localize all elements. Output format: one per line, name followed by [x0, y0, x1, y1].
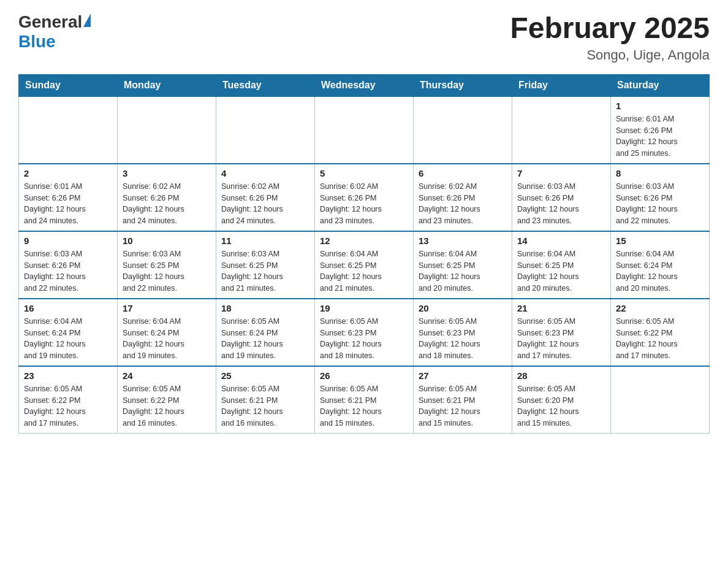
day-info: Sunrise: 6:05 AMSunset: 6:23 PMDaylight:…: [517, 316, 605, 362]
weekday-header-monday: Monday: [118, 74, 216, 96]
day-info: Sunrise: 6:05 AMSunset: 6:23 PMDaylight:…: [419, 316, 507, 362]
day-number: 5: [320, 168, 408, 178]
calendar-day-cell: [611, 366, 710, 434]
day-number: 3: [123, 168, 211, 178]
day-number: 28: [517, 370, 605, 381]
calendar-day-cell: [512, 96, 611, 164]
calendar-day-cell: 1Sunrise: 6:01 AMSunset: 6:26 PMDaylight…: [611, 96, 710, 164]
day-info: Sunrise: 6:01 AMSunset: 6:26 PMDaylight:…: [616, 113, 704, 159]
day-info: Sunrise: 6:02 AMSunset: 6:26 PMDaylight:…: [123, 181, 211, 227]
day-number: 1: [616, 101, 704, 111]
day-info: Sunrise: 6:03 AMSunset: 6:25 PMDaylight:…: [221, 248, 309, 294]
calendar-subtitle: Songo, Uige, Angola: [510, 47, 710, 63]
day-info: Sunrise: 6:04 AMSunset: 6:24 PMDaylight:…: [123, 316, 211, 362]
day-number: 18: [221, 303, 309, 313]
calendar-day-cell: 21Sunrise: 6:05 AMSunset: 6:23 PMDayligh…: [512, 299, 611, 366]
calendar-day-cell: 18Sunrise: 6:05 AMSunset: 6:24 PMDayligh…: [216, 299, 315, 366]
calendar-day-cell: 24Sunrise: 6:05 AMSunset: 6:22 PMDayligh…: [118, 366, 216, 434]
day-info: Sunrise: 6:05 AMSunset: 6:22 PMDaylight:…: [616, 316, 704, 362]
day-info: Sunrise: 6:05 AMSunset: 6:23 PMDaylight:…: [320, 316, 408, 362]
day-number: 4: [221, 168, 309, 178]
day-info: Sunrise: 6:03 AMSunset: 6:26 PMDaylight:…: [517, 181, 605, 227]
calendar-day-cell: 16Sunrise: 6:04 AMSunset: 6:24 PMDayligh…: [19, 299, 118, 366]
day-number: 19: [320, 303, 408, 313]
calendar-day-cell: [19, 96, 118, 164]
day-number: 15: [616, 236, 704, 246]
calendar-day-cell: 26Sunrise: 6:05 AMSunset: 6:21 PMDayligh…: [315, 366, 414, 434]
calendar-header: SundayMondayTuesdayWednesdayThursdayFrid…: [19, 74, 710, 96]
calendar-day-cell: 20Sunrise: 6:05 AMSunset: 6:23 PMDayligh…: [414, 299, 512, 366]
calendar-day-cell: 22Sunrise: 6:05 AMSunset: 6:22 PMDayligh…: [611, 299, 710, 366]
day-number: 23: [24, 370, 112, 381]
day-info: Sunrise: 6:02 AMSunset: 6:26 PMDaylight:…: [419, 181, 507, 227]
calendar-day-cell: [315, 96, 414, 164]
calendar-day-cell: 15Sunrise: 6:04 AMSunset: 6:24 PMDayligh…: [611, 231, 710, 299]
day-number: 11: [221, 236, 309, 246]
day-number: 7: [517, 168, 605, 178]
calendar-day-cell: 13Sunrise: 6:04 AMSunset: 6:25 PMDayligh…: [414, 231, 512, 299]
day-info: Sunrise: 6:05 AMSunset: 6:22 PMDaylight:…: [24, 383, 112, 429]
day-number: 10: [123, 236, 211, 246]
calendar-day-cell: 5Sunrise: 6:02 AMSunset: 6:26 PMDaylight…: [315, 164, 414, 231]
day-info: Sunrise: 6:03 AMSunset: 6:25 PMDaylight:…: [123, 248, 211, 294]
calendar-day-cell: 3Sunrise: 6:02 AMSunset: 6:26 PMDaylight…: [118, 164, 216, 231]
day-number: 8: [616, 168, 704, 178]
page-header: General Blue February 2025 Songo, Uige, …: [18, 12, 710, 63]
day-number: 6: [419, 168, 507, 178]
day-number: 22: [616, 303, 704, 313]
day-info: Sunrise: 6:04 AMSunset: 6:24 PMDaylight:…: [24, 316, 112, 362]
day-number: 2: [24, 168, 112, 178]
day-info: Sunrise: 6:05 AMSunset: 6:22 PMDaylight:…: [123, 383, 211, 429]
day-number: 9: [24, 236, 112, 246]
day-info: Sunrise: 6:05 AMSunset: 6:21 PMDaylight:…: [419, 383, 507, 429]
calendar-day-cell: 14Sunrise: 6:04 AMSunset: 6:25 PMDayligh…: [512, 231, 611, 299]
day-info: Sunrise: 6:05 AMSunset: 6:24 PMDaylight:…: [221, 316, 309, 362]
calendar-week-row: 9Sunrise: 6:03 AMSunset: 6:26 PMDaylight…: [19, 231, 710, 299]
day-number: 16: [24, 303, 112, 313]
logo-blue-text: Blue: [18, 32, 56, 52]
calendar-body: 1Sunrise: 6:01 AMSunset: 6:26 PMDaylight…: [19, 96, 710, 434]
day-info: Sunrise: 6:05 AMSunset: 6:20 PMDaylight:…: [517, 383, 605, 429]
weekday-header-sunday: Sunday: [19, 74, 118, 96]
day-number: 17: [123, 303, 211, 313]
calendar-table: SundayMondayTuesdayWednesdayThursdayFrid…: [18, 74, 710, 434]
weekday-header-row: SundayMondayTuesdayWednesdayThursdayFrid…: [19, 74, 710, 96]
weekday-header-tuesday: Tuesday: [216, 74, 315, 96]
calendar-day-cell: 4Sunrise: 6:02 AMSunset: 6:26 PMDaylight…: [216, 164, 315, 231]
calendar-day-cell: [216, 96, 315, 164]
calendar-day-cell: 23Sunrise: 6:05 AMSunset: 6:22 PMDayligh…: [19, 366, 118, 434]
calendar-day-cell: 17Sunrise: 6:04 AMSunset: 6:24 PMDayligh…: [118, 299, 216, 366]
calendar-week-row: 16Sunrise: 6:04 AMSunset: 6:24 PMDayligh…: [19, 299, 710, 366]
weekday-header-thursday: Thursday: [414, 74, 512, 96]
calendar-title: February 2025: [510, 12, 710, 45]
calendar-day-cell: [118, 96, 216, 164]
calendar-day-cell: 25Sunrise: 6:05 AMSunset: 6:21 PMDayligh…: [216, 366, 315, 434]
calendar-week-row: 2Sunrise: 6:01 AMSunset: 6:26 PMDaylight…: [19, 164, 710, 231]
day-info: Sunrise: 6:04 AMSunset: 6:25 PMDaylight:…: [517, 248, 605, 294]
weekday-header-saturday: Saturday: [611, 74, 710, 96]
day-number: 20: [419, 303, 507, 313]
day-info: Sunrise: 6:02 AMSunset: 6:26 PMDaylight:…: [320, 181, 408, 227]
day-number: 21: [517, 303, 605, 313]
calendar-day-cell: 2Sunrise: 6:01 AMSunset: 6:26 PMDaylight…: [19, 164, 118, 231]
day-info: Sunrise: 6:04 AMSunset: 6:25 PMDaylight:…: [320, 248, 408, 294]
calendar-day-cell: 27Sunrise: 6:05 AMSunset: 6:21 PMDayligh…: [414, 366, 512, 434]
logo-triangle-icon: [83, 13, 91, 27]
day-info: Sunrise: 6:04 AMSunset: 6:24 PMDaylight:…: [616, 248, 704, 294]
calendar-day-cell: 6Sunrise: 6:02 AMSunset: 6:26 PMDaylight…: [414, 164, 512, 231]
day-number: 14: [517, 236, 605, 246]
day-number: 26: [320, 370, 408, 381]
calendar-day-cell: 28Sunrise: 6:05 AMSunset: 6:20 PMDayligh…: [512, 366, 611, 434]
calendar-day-cell: [414, 96, 512, 164]
day-info: Sunrise: 6:03 AMSunset: 6:26 PMDaylight:…: [24, 248, 112, 294]
calendar-day-cell: 9Sunrise: 6:03 AMSunset: 6:26 PMDaylight…: [19, 231, 118, 299]
day-number: 25: [221, 370, 309, 381]
day-number: 13: [419, 236, 507, 246]
day-info: Sunrise: 6:04 AMSunset: 6:25 PMDaylight:…: [419, 248, 507, 294]
title-block: February 2025 Songo, Uige, Angola: [510, 12, 710, 63]
day-info: Sunrise: 6:03 AMSunset: 6:26 PMDaylight:…: [616, 181, 704, 227]
day-info: Sunrise: 6:01 AMSunset: 6:26 PMDaylight:…: [24, 181, 112, 227]
calendar-day-cell: 12Sunrise: 6:04 AMSunset: 6:25 PMDayligh…: [315, 231, 414, 299]
day-info: Sunrise: 6:05 AMSunset: 6:21 PMDaylight:…: [320, 383, 408, 429]
day-number: 12: [320, 236, 408, 246]
